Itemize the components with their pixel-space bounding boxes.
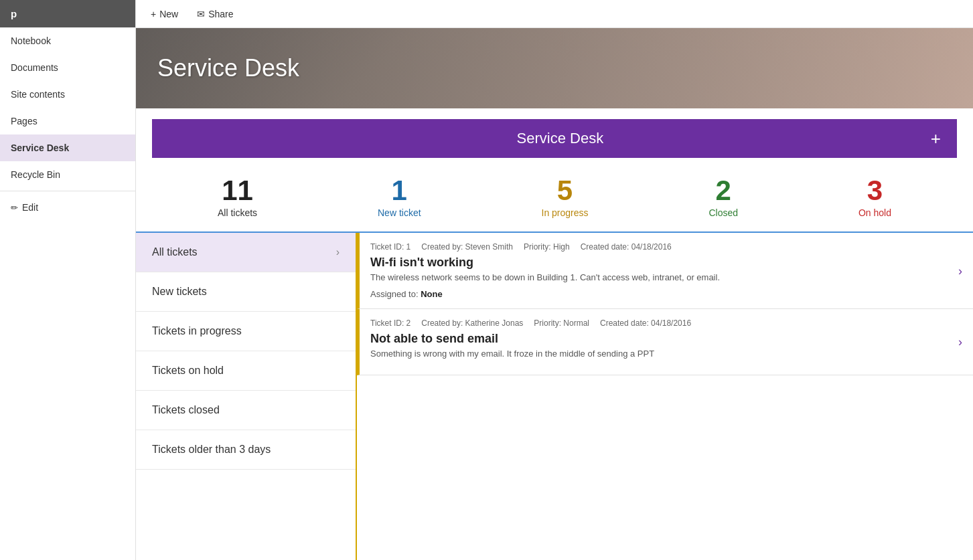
ticket-title: Wi-fi isn't working [370, 256, 960, 270]
ticket-chevron-icon: › [958, 264, 962, 278]
share-button[interactable]: ✉ Share [193, 6, 237, 22]
ticket-title: Not able to send email [370, 332, 960, 346]
sidebar-item-pages[interactable]: Pages [0, 108, 135, 134]
ticket-card[interactable]: Ticket ID: 2 Created by: Katherine Jonas… [357, 309, 973, 375]
ticket-nav-label: All tickets [152, 246, 198, 258]
ticket-nav-label: Tickets on hold [152, 365, 224, 377]
ticket-card[interactable]: Ticket ID: 1 Created by: Steven Smith Pr… [357, 233, 973, 309]
hero-title: Service Desk [157, 54, 299, 82]
stat-number: 3 [867, 177, 883, 205]
ticket-description: Something is wrong with my email. It fro… [370, 349, 960, 359]
add-section-button[interactable]: + [931, 128, 941, 149]
stat-number: 5 [557, 177, 573, 205]
sidebar-edit-button[interactable]: ✏ Edit [0, 194, 135, 221]
top-toolbar: + New ✉ Share [136, 0, 973, 28]
ticket-nav-item-new-tickets[interactable]: New tickets [136, 272, 356, 312]
stat-label: All tickets [218, 207, 257, 218]
stat-label: On hold [858, 207, 891, 218]
ticket-priority: Priority: High [524, 242, 570, 252]
stat-label: In progress [542, 207, 589, 218]
stat-number: 2 [716, 177, 731, 205]
ticket-nav-item-tickets-on-hold[interactable]: Tickets on hold [136, 351, 356, 391]
purple-header: Service Desk + [152, 119, 957, 158]
ticket-nav-item-all-tickets[interactable]: All tickets › [136, 233, 356, 272]
stat-item-all-tickets[interactable]: 11 All tickets [218, 177, 257, 218]
stat-item-new-ticket[interactable]: 1 New ticket [378, 177, 421, 218]
sidebar-top-tab[interactable]: p [0, 0, 135, 27]
ticket-nav-item-tickets-closed[interactable]: Tickets closed [136, 391, 356, 430]
stat-label: New ticket [378, 207, 421, 218]
chevron-right-icon: › [336, 246, 340, 258]
sidebar: p NotebookDocumentsSite contentsPagesSer… [0, 0, 136, 560]
ticket-created-by: Created by: Katherine Jonas [421, 318, 523, 328]
sidebar-item-recycle-bin[interactable]: Recycle Bin [0, 161, 135, 188]
share-label: Share [208, 9, 233, 19]
ticket-id: Ticket ID: 2 [370, 318, 410, 328]
ticket-priority: Priority: Normal [534, 318, 589, 328]
stat-number: 1 [392, 177, 407, 205]
ticket-meta: Ticket ID: 2 Created by: Katherine Jonas… [370, 318, 960, 328]
main-content: + New ✉ Share Service Desk Service Desk … [136, 0, 973, 560]
plus-icon: + [151, 9, 156, 19]
sidebar-item-documents[interactable]: Documents [0, 54, 135, 81]
ticket-nav: All tickets › New tickets Tickets in pro… [136, 233, 357, 560]
ticket-assigned: Assigned to: None [370, 289, 960, 299]
new-label: New [159, 9, 178, 19]
ticket-created-by: Created by: Steven Smith [421, 242, 513, 252]
stat-number: 11 [222, 177, 253, 205]
ticket-id: Ticket ID: 1 [370, 242, 410, 252]
ticket-nav-label: Tickets older than 3 days [152, 444, 271, 456]
ticket-nav-item-tickets-older-than-3-days[interactable]: Tickets older than 3 days [136, 430, 356, 470]
stat-item-closed[interactable]: 2 Closed [708, 177, 738, 218]
stat-label: Closed [708, 207, 738, 218]
content-area: All tickets › New tickets Tickets in pro… [136, 231, 973, 560]
edit-label: Edit [22, 202, 38, 213]
ticket-nav-label: New tickets [152, 286, 207, 298]
sidebar-item-site-contents[interactable]: Site contents [0, 81, 135, 108]
ticket-meta: Ticket ID: 1 Created by: Steven Smith Pr… [370, 242, 960, 252]
ticket-chevron-icon: › [958, 335, 962, 349]
ticket-list: Ticket ID: 1 Created by: Steven Smith Pr… [357, 233, 973, 560]
ticket-description: The wireless network seems to be down in… [370, 272, 960, 282]
stats-row: 11 All tickets 1 New ticket 5 In progres… [136, 158, 973, 231]
ticket-nav-label: Tickets closed [152, 404, 220, 416]
ticket-created-date: Created date: 04/18/2016 [581, 242, 672, 252]
ticket-nav-label: Tickets in progress [152, 325, 242, 337]
sidebar-item-notebook[interactable]: Notebook [0, 27, 135, 54]
ticket-nav-item-tickets-in-progress[interactable]: Tickets in progress [136, 312, 356, 351]
edit-pencil-icon: ✏ [11, 203, 18, 213]
sidebar-divider [0, 191, 135, 191]
stat-item-in-progress[interactable]: 5 In progress [542, 177, 589, 218]
new-button[interactable]: + New [147, 6, 182, 22]
stat-item-on-hold[interactable]: 3 On hold [858, 177, 891, 218]
share-icon: ✉ [197, 9, 205, 19]
ticket-created-date: Created date: 04/18/2016 [600, 318, 691, 328]
hero-banner: Service Desk [136, 28, 973, 108]
purple-header-title: Service Desk [190, 130, 931, 147]
sidebar-item-service-desk[interactable]: Service Desk [0, 134, 135, 161]
